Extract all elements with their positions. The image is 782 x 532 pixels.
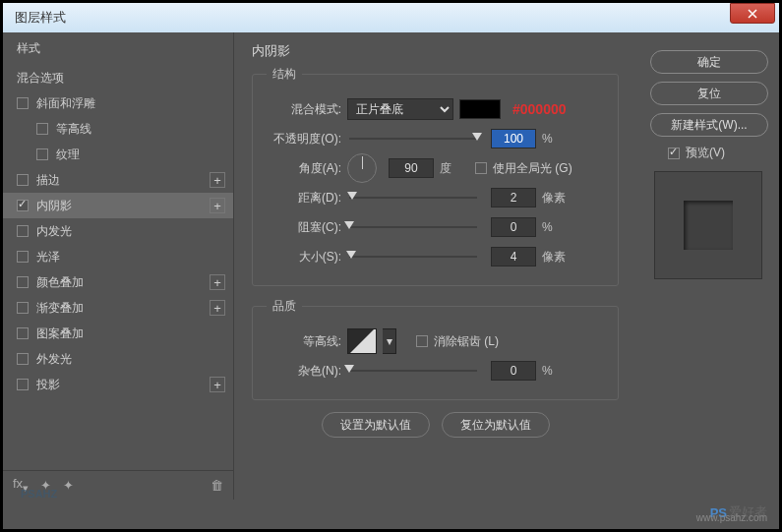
blend-mode-select[interactable]: 正片叠底 [347,98,453,120]
effect-row[interactable]: 渐变叠加+ [3,295,233,321]
noise-slider[interactable] [349,370,477,372]
watermark: PS爱好者 www.psahz.com [710,503,767,521]
choke-input[interactable] [491,217,536,237]
angle-dial[interactable] [347,153,377,183]
make-default-button[interactable]: 设置为默认值 [322,412,430,438]
preview-swatch [684,201,733,250]
effect-row[interactable]: 投影+ [3,372,233,397]
effect-checkbox[interactable] [36,148,48,160]
styles-sidebar: 样式 混合选项 斜面和浮雕等高线纹理描边+内阴影+内发光光泽颜色叠加+渐变叠加+… [3,32,234,500]
watermark-left: PSAHZ [21,488,57,500]
effect-row[interactable]: 图案叠加 [3,321,233,346]
trash-icon[interactable]: 🗑 [211,478,223,493]
global-light-checkbox[interactable] [475,162,487,174]
color-hex: #000000 [512,101,567,117]
cancel-button[interactable]: 复位 [650,82,768,105]
effect-label: 图案叠加 [36,325,225,342]
structure-group: 结构 混合模式: 正片叠底 #000000 不透明度(O): % 角度(A): [252,66,619,286]
effect-label: 光泽 [36,249,225,266]
effect-label: 内发光 [36,223,225,240]
effect-checkbox[interactable] [17,276,29,288]
new-style-button[interactable]: 新建样式(W)... [650,113,768,137]
effect-label: 渐变叠加 [36,300,210,317]
blend-mode-label: 混合模式: [267,101,341,118]
effect-label: 描边 [36,172,210,189]
add-instance-icon[interactable]: + [210,198,225,213]
effect-checkbox[interactable] [17,251,29,263]
effect-label: 纹理 [56,147,225,163]
effect-checkbox[interactable] [17,327,29,339]
choke-slider[interactable] [349,226,477,228]
effect-checkbox[interactable] [17,225,29,237]
effect-checkbox[interactable] [17,353,29,365]
effect-row[interactable]: 描边+ [3,167,233,193]
blending-options-row[interactable]: 混合选项 [3,65,233,90]
add-instance-icon[interactable]: + [210,377,225,392]
reset-default-button[interactable]: 复位为默认值 [442,412,550,438]
effect-row[interactable]: 斜面和浮雕 [3,90,233,116]
quality-group: 品质 等高线: ▾ 消除锯齿 (L) 杂色(N): % [252,298,619,400]
contour-picker[interactable] [347,328,377,354]
choke-label: 阻塞(C): [267,219,341,236]
ok-button[interactable]: 确定 [650,50,768,74]
move-down-icon[interactable]: ✦ [63,478,74,493]
add-instance-icon[interactable]: + [210,300,225,316]
window-title: 图层样式 [15,9,730,27]
close-icon [748,9,757,19]
effect-checkbox[interactable] [17,174,29,186]
opacity-input[interactable] [491,129,536,148]
preview-checkbox[interactable] [668,148,680,159]
distance-label: 距离(D): [267,190,341,207]
contour-dropdown[interactable]: ▾ [383,328,396,354]
distance-slider[interactable] [349,197,477,199]
add-instance-icon[interactable]: + [210,172,225,188]
effect-label: 外发光 [36,351,225,368]
effect-row[interactable]: 外发光 [3,346,233,372]
titlebar: 图层样式 [3,3,779,32]
add-instance-icon[interactable]: + [210,274,225,290]
effect-label: 内阴影 [36,198,210,214]
effect-checkbox[interactable] [17,302,29,314]
anti-alias-checkbox[interactable] [416,335,428,347]
opacity-label: 不透明度(O): [267,131,341,148]
global-light-label: 使用全局光 (G) [493,160,572,177]
close-button[interactable] [730,3,775,24]
effect-checkbox[interactable] [17,97,29,109]
preview-label: 预览(V) [686,145,725,161]
anti-alias-label: 消除锯齿 (L) [434,333,499,350]
color-swatch[interactable] [459,99,501,119]
effect-row[interactable]: 颜色叠加+ [3,269,233,295]
effect-row[interactable]: 光泽 [3,244,233,269]
effect-label: 投影 [36,377,210,393]
noise-input[interactable] [491,361,536,381]
effect-label: 斜面和浮雕 [36,95,225,112]
effect-label: 颜色叠加 [36,274,210,291]
contour-label: 等高线: [267,333,341,350]
settings-panel: 内阴影 结构 混合模式: 正片叠底 #000000 不透明度(O): % 角度(… [234,32,636,500]
panel-title: 内阴影 [252,42,619,60]
angle-input[interactable] [389,158,434,178]
size-input[interactable] [491,247,536,266]
distance-input[interactable] [491,188,536,207]
effect-checkbox[interactable] [17,200,29,211]
effect-label: 等高线 [56,121,225,138]
effect-row[interactable]: 内阴影+ [3,193,233,218]
opacity-slider[interactable] [349,138,477,140]
effect-checkbox[interactable] [17,379,29,390]
effect-row[interactable]: 等高线 [3,116,233,142]
effect-row[interactable]: 内发光 [3,218,233,244]
preview-box [654,171,762,279]
sidebar-header[interactable]: 样式 [3,32,233,65]
effect-checkbox[interactable] [36,123,48,135]
size-slider[interactable] [349,256,477,258]
size-label: 大小(S): [267,249,341,266]
noise-label: 杂色(N): [267,363,341,380]
chevron-down-icon: ▾ [387,334,392,348]
effect-row[interactable]: 纹理 [3,142,233,167]
angle-label: 角度(A): [267,160,341,177]
button-panel: 确定 复位 新建样式(W)... 预览(V) [636,32,779,500]
